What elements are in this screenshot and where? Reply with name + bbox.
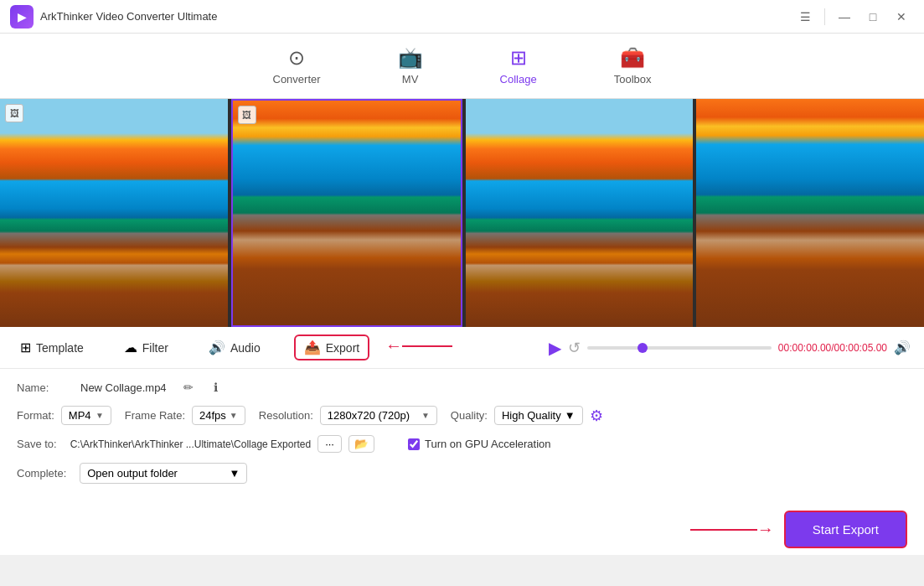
titlebar-separator <box>824 8 825 25</box>
arrow-head-2: → <box>757 520 774 539</box>
save-path-text: C:\ArkThinker\ArkThinker ...Ultimate\Col… <box>70 438 311 450</box>
app-icon: ▶ <box>10 5 34 29</box>
quality-settings-icon[interactable]: ⚙ <box>590 407 603 425</box>
arrow-line: ← <box>385 336 402 355</box>
preview-area: 🖼 🖼 <box>0 99 924 327</box>
maximize-button[interactable]: □ <box>860 7 885 27</box>
gpu-label: Turn on GPU Acceleration <box>425 438 551 450</box>
mv-label: MV <box>402 73 419 86</box>
format-dropdown[interactable]: MP4 ▼ <box>61 406 111 425</box>
save-to-row: Save to: C:\ArkThinker\ArkThinker ...Ult… <box>17 435 907 453</box>
complete-label: Complete: <box>17 467 66 480</box>
complete-row: Complete: Open output folder ▼ <box>17 463 907 484</box>
quality-dropdown[interactable]: High Quality ▼ <box>494 406 583 425</box>
add-media-icon-1[interactable]: 🖼 <box>5 104 23 122</box>
time-total: 00:00:05.00 <box>834 342 887 354</box>
file-name-value: New Collage.mp4 <box>80 381 167 394</box>
export-label: Export <box>326 341 359 355</box>
menu-button[interactable]: ☰ <box>792 7 818 27</box>
format-row: Format: MP4 ▼ Frame Rate: 24fps ▼ Resolu… <box>17 406 907 425</box>
format-label: Format: <box>17 409 54 422</box>
app-icon-glyph: ▶ <box>18 10 27 23</box>
loop-button[interactable]: ↺ <box>568 339 581 357</box>
progress-thumb[interactable] <box>638 343 648 353</box>
resolution-group: Resolution: 1280x720 (720p) ▼ <box>259 406 437 425</box>
preview-panel-2[interactable]: 🖼 <box>231 99 462 327</box>
collage-icon: ⊞ <box>510 46 527 70</box>
add-media-icon-2[interactable]: 🖼 <box>238 106 256 124</box>
time-display: 00:00:00.00/00:00:05.00 <box>778 342 887 354</box>
name-label: Name: <box>17 381 67 394</box>
filter-tab[interactable]: ☁ Filter <box>117 336 175 359</box>
arrow-shaft <box>402 345 452 347</box>
export-tab[interactable]: 📤 Export <box>294 334 369 360</box>
resolution-label: Resolution: <box>259 409 313 422</box>
format-value: MP4 <box>69 409 91 422</box>
tab-converter[interactable]: ⊙ Converter <box>260 43 334 89</box>
arrow-shaft-2 <box>690 529 757 531</box>
quality-value: High Quality <box>502 409 561 422</box>
quality-arrow-icon: ▼ <box>565 409 576 422</box>
template-icon: ⊞ <box>20 340 31 355</box>
preview-panel-1[interactable]: 🖼 <box>0 99 228 327</box>
titlebar-right: ☰ — □ ✕ <box>792 7 914 27</box>
export-arrow-annotation: ← <box>385 336 451 355</box>
complete-dropdown[interactable]: Open output folder ▼ <box>80 463 247 484</box>
nav-tabs: ⊙ Converter 📺 MV ⊞ Collage 🧰 Toolbox <box>0 34 924 99</box>
controls-bar: ⊞ Template ☁ Filter 🔊 Audio 📤 Export ← ▶… <box>0 327 924 369</box>
quality-label: Quality: <box>451 409 488 422</box>
converter-icon: ⊙ <box>288 46 305 70</box>
time-current: 00:00:00.00 <box>778 342 831 354</box>
audio-tab[interactable]: 🔊 Audio <box>202 336 267 359</box>
filter-label: Filter <box>142 341 168 355</box>
collage-label: Collage <box>500 73 537 86</box>
complete-arrow-icon: ▼ <box>229 467 240 480</box>
close-button[interactable]: ✕ <box>889 7 914 27</box>
framerate-label: Frame Rate: <box>125 409 185 422</box>
volume-button[interactable]: 🔊 <box>894 340 911 355</box>
tab-collage[interactable]: ⊞ Collage <box>487 43 550 89</box>
edit-name-button[interactable]: ✏ <box>180 379 197 396</box>
play-button[interactable]: ▶ <box>549 338 561 358</box>
template-tab[interactable]: ⊞ Template <box>13 336 90 359</box>
tab-toolbox[interactable]: 🧰 Toolbox <box>601 43 665 89</box>
start-export-arrow: → <box>690 520 774 539</box>
audio-icon: 🔊 <box>209 340 225 355</box>
framerate-group: Frame Rate: 24fps ▼ <box>125 406 245 425</box>
beach-scene-1 <box>0 99 228 327</box>
progress-track[interactable] <box>587 346 772 350</box>
resolution-dropdown[interactable]: 1280x720 (720p) ▼ <box>320 406 437 425</box>
minimize-button[interactable]: — <box>832 7 857 27</box>
start-export-button[interactable]: Start Export <box>784 511 907 548</box>
resolution-arrow-icon: ▼ <box>421 411 430 420</box>
beach-scene-4 <box>696 99 924 327</box>
resolution-value: 1280x720 (720p) <box>328 409 410 422</box>
template-label: Template <box>36 341 84 355</box>
framerate-dropdown[interactable]: 24fps ▼ <box>192 406 245 425</box>
name-row: Name: New Collage.mp4 ✏ ℹ <box>17 379 907 396</box>
playback-controls: ▶ ↺ 00:00:00.00/00:00:05.00 🔊 <box>396 338 911 358</box>
preview-panel-3[interactable] <box>466 99 694 327</box>
format-group: Format: MP4 ▼ <box>17 406 111 425</box>
beach-scene-3 <box>466 99 694 327</box>
titlebar-left: ▶ ArkThinker Video Converter Ultimate <box>10 5 217 29</box>
path-group: C:\ArkThinker\ArkThinker ...Ultimate\Col… <box>70 435 374 453</box>
gpu-checkbox[interactable] <box>408 438 420 450</box>
preview-panel-4[interactable] <box>696 99 924 327</box>
toolbox-label: Toolbox <box>614 73 652 86</box>
titlebar: ▶ ArkThinker Video Converter Ultimate ☰ … <box>0 0 924 34</box>
export-icon: 📤 <box>304 340 321 355</box>
filter-icon: ☁ <box>124 340 137 355</box>
converter-label: Converter <box>273 73 321 86</box>
open-folder-button[interactable]: 📂 <box>348 435 374 453</box>
framerate-value: 24fps <box>199 409 226 422</box>
info-button[interactable]: ℹ <box>210 379 221 396</box>
gpu-group: Turn on GPU Acceleration <box>408 438 551 450</box>
settings-area: Name: New Collage.mp4 ✏ ℹ Format: MP4 ▼ … <box>0 369 924 504</box>
save-to-label: Save to: <box>17 438 57 450</box>
mv-icon: 📺 <box>398 46 423 70</box>
complete-value: Open output folder <box>87 467 178 480</box>
browse-button[interactable]: ··· <box>317 435 342 453</box>
tab-mv[interactable]: 📺 MV <box>385 43 436 89</box>
toolbox-icon: 🧰 <box>620 46 645 70</box>
